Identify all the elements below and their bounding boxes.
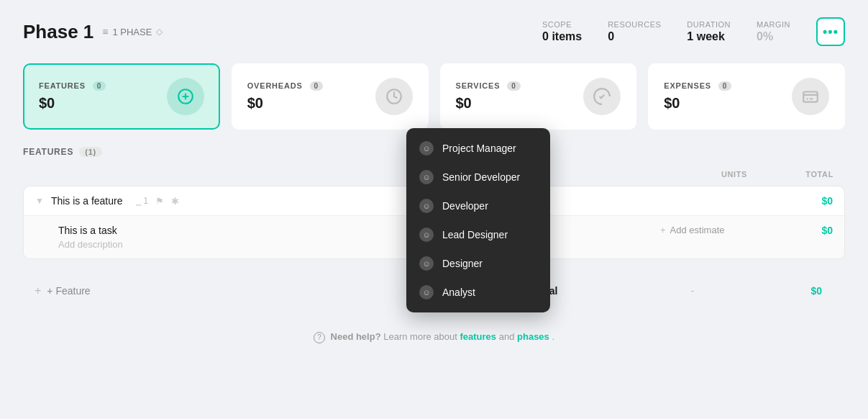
overheads-icon <box>375 78 413 115</box>
sub-count: ⎯ 1 <box>136 196 149 206</box>
add-feature-label: + Feature <box>47 285 90 297</box>
phase-badge-label: 1 PHASE <box>112 27 152 37</box>
page-header: Phase 1 ≡ 1 PHASE ◇ SCOPE 0 items RESOUR… <box>23 17 845 46</box>
person-icon: ☺ <box>419 227 434 242</box>
card-overheads[interactable]: OVERHEADS 0 $0 <box>232 63 429 130</box>
stat-resources-value: 0 <box>608 30 661 43</box>
col-units-header <box>546 170 661 179</box>
card-features[interactable]: FEATURES 0 $0 <box>23 63 220 130</box>
section-label: FEATURES <box>23 147 73 157</box>
stat-resources-label: RESOURCES <box>608 20 661 29</box>
features-link[interactable]: features <box>460 331 496 342</box>
chevron-down-icon[interactable]: ▼ <box>35 196 44 206</box>
card-expenses[interactable]: EXPENSES 0 $0 <box>648 63 845 130</box>
feature-total: $0 <box>746 195 833 207</box>
header-stats: SCOPE 0 items RESOURCES 0 DURATION 1 wee… <box>542 17 845 46</box>
fork-icon: ⎯ <box>136 196 141 206</box>
cards-row: FEATURES 0 $0 OVERHEADS 0 $0 <box>23 63 845 130</box>
stat-margin-value: 0% <box>757 30 790 43</box>
add-estimate-button[interactable]: + Add estimate <box>660 225 746 235</box>
star-icon[interactable]: ✱ <box>171 196 179 207</box>
help-icon: ? <box>314 332 325 343</box>
card-features-label: FEATURES 0 <box>39 81 106 91</box>
total-dash: - <box>649 285 736 297</box>
svg-rect-2 <box>803 92 818 102</box>
total-value: $0 <box>736 285 822 297</box>
stat-resources: RESOURCES 0 <box>608 20 661 43</box>
col-units-header-label: UNITS <box>661 170 747 179</box>
more-button[interactable]: ••• <box>816 17 845 46</box>
stat-margin: MARGIN 0% <box>757 20 790 43</box>
stat-duration-label: DURATION <box>687 20 731 29</box>
stat-duration-value: 1 week <box>687 30 731 43</box>
person-icon: ☺ <box>419 141 434 156</box>
card-expenses-count: 0 <box>718 81 731 91</box>
card-overheads-label: OVERHEADS 0 <box>247 81 323 91</box>
phase-badge: ≡ 1 PHASE ◇ <box>102 26 163 37</box>
person-icon: ☺ <box>419 199 434 213</box>
dropdown-item-analyst[interactable]: ☺ Analyst <box>406 278 550 307</box>
person-icon: ☺ <box>419 256 434 271</box>
page-title: Phase 1 <box>23 21 93 43</box>
card-expenses-label: EXPENSES 0 <box>664 81 731 91</box>
card-services-label: SERVICES 0 <box>456 81 521 91</box>
stat-duration: DURATION 1 week <box>687 20 731 43</box>
card-features-count: 0 <box>93 81 106 91</box>
footer-help: ? Need help? Learn more about features a… <box>23 317 845 358</box>
section-count: (1) <box>79 147 102 157</box>
person-icon: ☺ <box>419 285 434 299</box>
card-expenses-value: $0 <box>664 95 731 112</box>
add-feature-plus-icon: + <box>35 284 41 297</box>
dropdown-item-developer[interactable]: ☺ Developer <box>406 192 550 220</box>
card-features-value: $0 <box>39 95 106 112</box>
col-total-header-label: TOTAL <box>747 170 833 179</box>
task-total: $0 <box>746 225 833 236</box>
stat-scope: SCOPE 0 items <box>542 20 582 43</box>
stat-scope-label: SCOPE <box>542 20 582 29</box>
services-icon <box>583 78 621 115</box>
card-overheads-value: $0 <box>247 95 323 112</box>
total-label: Total <box>534 285 649 297</box>
dropdown-item-designer[interactable]: ☺ Designer <box>406 249 550 278</box>
stat-margin-label: MARGIN <box>757 20 790 29</box>
feature-name: This is a feature <box>51 195 123 207</box>
card-services[interactable]: SERVICES 0 $0 <box>440 63 637 130</box>
dropdown-item-project-manager[interactable]: ☺ Project Manager <box>406 134 550 163</box>
card-services-count: 0 <box>507 81 520 91</box>
card-services-value: $0 <box>456 95 521 112</box>
hierarchy-icon: ≡ <box>102 26 108 37</box>
plus-icon: + <box>660 225 666 235</box>
card-overheads-count: 0 <box>310 81 323 91</box>
stat-scope-value: 0 items <box>542 30 582 43</box>
dropdown-item-lead-designer[interactable]: ☺ Lead Designer <box>406 220 550 249</box>
expenses-icon <box>792 78 829 115</box>
person-icon: ☺ <box>419 170 434 184</box>
feature-actions: ⎯ 1 ⚑ ✱ <box>136 196 180 207</box>
flag-icon[interactable]: ⚑ <box>155 196 164 207</box>
role-dropdown: ☺ Project Manager ☺ Senior Developer ☺ D… <box>406 128 550 312</box>
dropdown-item-senior-developer[interactable]: ☺ Senior Developer <box>406 163 550 192</box>
features-icon <box>167 78 204 115</box>
diamond-icon: ◇ <box>156 27 163 37</box>
phases-link[interactable]: phases <box>517 331 549 342</box>
header-left: Phase 1 ≡ 1 PHASE ◇ <box>23 21 163 43</box>
